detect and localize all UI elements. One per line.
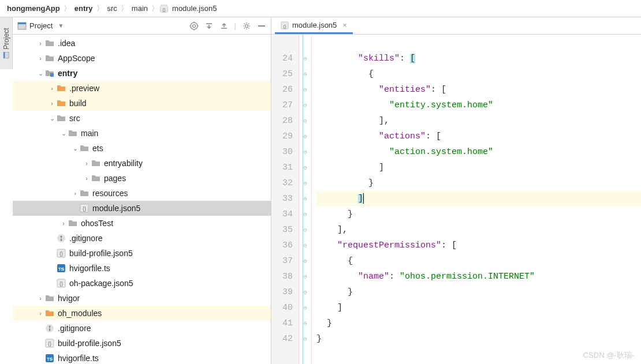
fold-marker[interactable]: ⊖ (299, 238, 311, 253)
fold-marker[interactable]: ⊖ (299, 253, 311, 269)
fold-marker[interactable]: ⊖ (299, 269, 311, 284)
tool-window-tab-project[interactable]: Project (0, 17, 13, 69)
code-line[interactable]: ] (316, 300, 641, 316)
tree-item-label: oh_modules (58, 309, 102, 318)
tree-arrow-icon[interactable]: › (36, 55, 45, 62)
code-line[interactable]: } (316, 331, 641, 347)
tree-file[interactable]: ›.gitignore (13, 231, 271, 246)
code-line[interactable]: { (316, 253, 641, 269)
tree-file[interactable]: ›hvigorfile.ts (13, 261, 271, 276)
code-line[interactable]: } (316, 207, 641, 222)
breadcrumb: hongmengApp〉entry〉src〉main〉module.json5 (0, 0, 641, 17)
line-number: 26 (271, 82, 299, 97)
fold-marker[interactable]: ⊖ (299, 191, 311, 207)
tree-arrow-icon[interactable]: ⌄ (36, 70, 45, 77)
code-line[interactable]: "skills": [ (316, 51, 641, 66)
tree-arrow-icon[interactable]: › (70, 190, 80, 197)
tree-file[interactable]: ›build-profile.json5 (13, 336, 271, 351)
expand-all-icon[interactable] (204, 21, 214, 31)
fold-marker[interactable]: ⊖ (299, 82, 311, 97)
tree-file[interactable]: ›module.json5 (13, 201, 271, 216)
tree-arrow-icon[interactable]: › (36, 40, 45, 47)
tree-folder[interactable]: ⌄src (13, 111, 271, 126)
fold-marker[interactable]: ⊖ (299, 129, 311, 144)
tree-arrow-icon[interactable]: ⌄ (70, 145, 80, 152)
hide-icon[interactable] (257, 21, 266, 31)
tree-folder[interactable]: ›.idea (13, 36, 271, 51)
fold-marker[interactable]: ⊖ (299, 66, 311, 82)
tree-arrow-icon[interactable]: › (47, 85, 57, 92)
tree-arrow-icon[interactable]: › (82, 160, 91, 167)
tree-file[interactable]: ›.gitignore (13, 321, 271, 336)
fold-marker[interactable]: ⊖ (299, 207, 311, 222)
code-line[interactable]: ] (316, 160, 641, 175)
fold-marker[interactable]: ⊖ (299, 113, 311, 129)
code-editor[interactable]: 24252627282930313233343536373839404142 ⊖… (271, 35, 641, 364)
fold-marker[interactable]: ⊖ (299, 175, 311, 191)
tree-folder[interactable]: ›.preview (13, 81, 271, 96)
code-line[interactable]: "entities": [ (316, 82, 641, 97)
tree-folder[interactable]: ›entryability (13, 156, 271, 171)
tree-arrow-icon[interactable]: › (36, 310, 45, 317)
close-tab-icon[interactable]: × (342, 21, 347, 29)
tree-arrow-icon[interactable]: › (59, 220, 68, 227)
fold-marker[interactable]: ⊖ (299, 316, 311, 331)
tree-folder[interactable]: ›pages (13, 171, 271, 186)
tree-arrow-icon[interactable]: ⌄ (47, 115, 57, 122)
code-line[interactable]: ], (316, 222, 641, 238)
code-line[interactable]: } (316, 316, 641, 331)
code-line[interactable]: "name": "ohos.permission.INTERNET" (316, 269, 641, 284)
gitignore-icon (57, 234, 66, 243)
code-line[interactable]: "actions": [ (316, 129, 641, 144)
file-tree[interactable]: ›.idea›AppScope⌄entry›.preview›build⌄src… (13, 35, 271, 364)
tree-arrow-icon[interactable]: ⌄ (59, 130, 68, 137)
fold-marker[interactable]: ⊖ (299, 160, 311, 175)
fold-marker[interactable]: ⊖ (299, 222, 311, 238)
line-number: 34 (271, 207, 299, 222)
code-line[interactable]: "action.system.home" (316, 144, 641, 160)
tree-folder[interactable]: ›hvigor (13, 291, 271, 306)
breadcrumb-item[interactable]: entry (72, 4, 95, 13)
collapse-all-icon[interactable] (219, 21, 229, 31)
code-line[interactable]: ], (316, 113, 641, 129)
editor-tab-module-json5[interactable]: module.json5 × (275, 18, 353, 34)
tree-file[interactable]: ›hvigorfile.ts (13, 351, 271, 364)
tree-folder[interactable]: ›AppScope (13, 51, 271, 66)
tree-file[interactable]: ›oh-package.json5 (13, 276, 271, 291)
select-opened-file-icon[interactable] (189, 21, 199, 31)
breadcrumb-item[interactable]: module.json5 (170, 4, 219, 13)
tree-file[interactable]: ›build-profile.json5 (13, 246, 271, 261)
breadcrumb-item[interactable]: main (129, 4, 150, 13)
code-line[interactable]: ] (316, 191, 641, 207)
fold-marker[interactable]: ⊖ (299, 300, 311, 316)
tree-folder[interactable]: ⌄main (13, 126, 271, 141)
code-line[interactable]: { (316, 66, 641, 82)
fold-marker[interactable]: ⊖ (299, 51, 311, 66)
settings-icon[interactable] (242, 21, 251, 31)
tree-arrow-icon[interactable]: › (82, 175, 91, 182)
fold-column[interactable]: ⊖⊖⊖⊖⊖⊖⊖⊖⊖⊖⊖⊖⊖⊖⊖⊖⊖⊖⊖ (299, 35, 312, 364)
code-line[interactable]: "entity.system.home" (316, 97, 641, 113)
fold-marker[interactable]: ⊖ (299, 284, 311, 300)
code-line[interactable]: } (316, 175, 641, 191)
folder-icon (91, 159, 100, 168)
fold-marker[interactable]: ⊖ (299, 331, 311, 347)
json5-icon (80, 204, 89, 213)
code-line[interactable]: } (316, 284, 641, 300)
tree-arrow-icon[interactable]: › (36, 295, 45, 302)
breadcrumb-item[interactable]: hongmengApp (5, 4, 62, 13)
line-number: 41 (271, 316, 299, 331)
tree-folder[interactable]: ⌄entry (13, 66, 271, 81)
tree-folder[interactable]: ›ohosTest (13, 216, 271, 231)
tree-folder[interactable]: ›oh_modules (13, 306, 271, 321)
tree-arrow-icon[interactable]: › (47, 100, 57, 107)
fold-marker[interactable]: ⊖ (299, 144, 311, 160)
breadcrumb-item[interactable]: src (105, 4, 120, 13)
project-view-selector[interactable]: Project ▼ (17, 21, 189, 31)
code-content[interactable]: "skills": [ { "entities": [ "entity.syst… (312, 35, 641, 364)
code-line[interactable]: "requestPermissions": [ (316, 238, 641, 253)
tree-folder[interactable]: ⌄ets (13, 141, 271, 156)
fold-marker[interactable]: ⊖ (299, 97, 311, 113)
tree-folder[interactable]: ›resources (13, 186, 271, 201)
tree-folder[interactable]: ›build (13, 96, 271, 111)
